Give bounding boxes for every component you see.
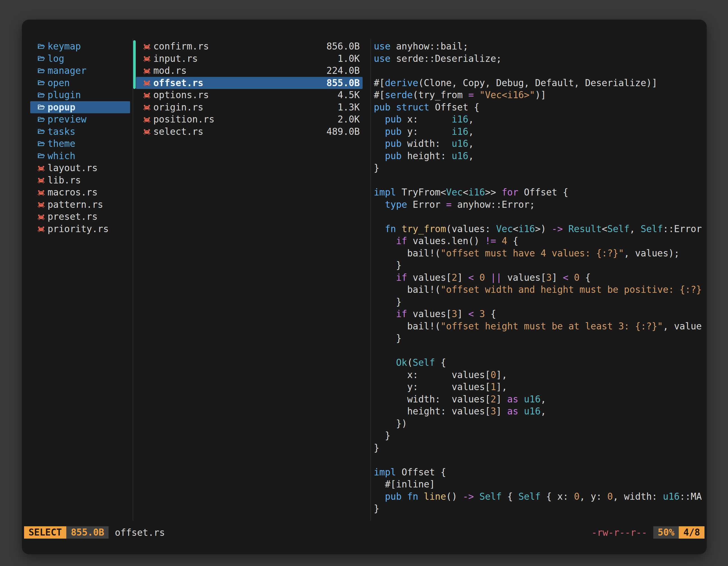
code-line xyxy=(374,174,704,187)
code-line xyxy=(374,65,704,77)
code-line: if values[3] < 3 { xyxy=(374,308,704,320)
item-label: preview xyxy=(48,114,86,125)
file-item-mod.rs[interactable]: mod.rs224.0B xyxy=(136,65,363,77)
file-item-offset.rs[interactable]: offset.rs855.0B xyxy=(136,77,363,89)
parent-item-log[interactable]: log xyxy=(30,53,130,65)
parent-item-which[interactable]: which xyxy=(30,150,130,162)
code-line: #[serde(try_from = "Vec<i16>")] xyxy=(374,89,704,101)
pane-separator-left xyxy=(133,39,133,521)
file-item-origin.rs[interactable]: origin.rs1.3K xyxy=(136,101,363,114)
item-label: open xyxy=(48,78,70,88)
code-line: use serde::Deserialize; xyxy=(374,53,704,65)
code-line: } xyxy=(374,259,704,272)
code-line: if values.len() != 4 { xyxy=(374,235,704,247)
code-line: width: values[2] as u16, xyxy=(374,393,704,405)
code-line xyxy=(374,211,704,223)
code-line: pub x: i16, xyxy=(374,113,704,126)
file-item-select.rs[interactable]: select.rs489.0B xyxy=(136,126,363,138)
parent-item-layout.rs[interactable]: layout.rs xyxy=(30,162,130,174)
mode-badge: SELECT xyxy=(24,526,66,539)
parent-item-lib.rs[interactable]: lib.rs xyxy=(30,174,130,187)
file-name: confirm.rs xyxy=(153,41,209,52)
rust-crab-icon xyxy=(143,79,151,87)
code-line: } xyxy=(374,442,704,454)
status-bar: SELECT 855.0B offset.rs -rw-r--r-- 50% 4… xyxy=(24,526,704,539)
rust-crab-icon xyxy=(143,91,151,99)
code-line: bail!("offset must have 4 values: {:?}",… xyxy=(374,247,704,260)
code-line: type Error = anyhow::Error; xyxy=(374,199,704,211)
folder-open-icon xyxy=(37,103,45,111)
file-item-confirm.rs[interactable]: confirm.rs856.0B xyxy=(136,40,363,53)
folder-open-icon xyxy=(37,79,45,87)
code-line: use anyhow::bail; xyxy=(374,40,704,53)
parent-item-preset.rs[interactable]: preset.rs xyxy=(30,211,130,223)
file-size: 855.0B xyxy=(327,78,360,88)
rust-crab-icon xyxy=(143,103,151,111)
rust-crab-icon xyxy=(37,213,45,221)
rust-crab-icon xyxy=(143,43,151,50)
file-item-input.rs[interactable]: input.rs1.0K xyxy=(136,53,363,65)
rust-crab-icon xyxy=(37,225,45,233)
file-size-badge: 855.0B xyxy=(66,526,109,539)
file-size: 4.5K xyxy=(338,90,360,100)
item-label: macros.rs xyxy=(48,187,98,198)
parent-item-macros.rs[interactable]: macros.rs xyxy=(30,186,130,199)
parent-item-plugin[interactable]: plugin xyxy=(30,89,130,101)
rust-crab-icon xyxy=(143,116,151,123)
file-name: input.rs xyxy=(153,53,198,64)
parent-item-popup[interactable]: popup xyxy=(30,101,130,114)
file-item-options.rs[interactable]: options.rs4.5K xyxy=(136,89,363,101)
rust-crab-icon xyxy=(143,55,151,62)
file-size: 1.3K xyxy=(338,102,360,113)
code-line: fn try_from(values: Vec<i16>) -> Result<… xyxy=(374,223,704,235)
code-line: #[inline] xyxy=(374,478,704,490)
item-label: plugin xyxy=(48,90,81,100)
code-line: } xyxy=(374,162,704,174)
file-size: 489.0B xyxy=(327,126,360,137)
code-line: impl TryFrom<Vec<i16>> for Offset { xyxy=(374,186,704,199)
item-label: popup xyxy=(48,102,75,113)
rust-crab-icon xyxy=(37,189,45,196)
status-bar-right: -rw-r--r-- 50% 4/8 xyxy=(591,526,704,539)
item-label: keymap xyxy=(48,41,81,52)
code-line: pub y: i16, xyxy=(374,126,704,138)
scrollbar[interactable] xyxy=(133,40,136,89)
code-line: #[derive(Clone, Copy, Debug, Default, De… xyxy=(374,77,704,89)
parent-item-priority.rs[interactable]: priority.rs xyxy=(30,223,130,235)
item-label: which xyxy=(48,151,75,161)
item-label: manager xyxy=(48,65,86,76)
parent-item-keymap[interactable]: keymap xyxy=(30,40,130,53)
code-line: } xyxy=(374,502,704,515)
rust-crab-icon xyxy=(37,176,45,184)
file-manager-window: keymaplogmanageropenpluginpopuppreviewta… xyxy=(22,20,707,554)
status-filename: offset.rs xyxy=(115,527,165,538)
item-label: priority.rs xyxy=(48,224,109,234)
code-line: x: values[0], xyxy=(374,369,704,381)
file-name: mod.rs xyxy=(153,65,187,76)
rust-crab-icon xyxy=(143,128,151,135)
item-label: pattern.rs xyxy=(48,199,103,210)
parent-item-open[interactable]: open xyxy=(30,77,130,89)
parent-item-pattern.rs[interactable]: pattern.rs xyxy=(30,199,130,211)
code-line: } xyxy=(374,296,704,308)
scroll-percent-badge: 50% xyxy=(653,526,679,539)
file-item-position.rs[interactable]: position.rs2.0K xyxy=(136,113,363,126)
file-name: select.rs xyxy=(153,126,203,137)
parent-item-theme[interactable]: theme xyxy=(30,138,130,150)
code-line: height: values[3] as u16, xyxy=(374,405,704,417)
folder-open-icon xyxy=(37,116,45,123)
file-size: 224.0B xyxy=(327,65,360,76)
current-pane: confirm.rs856.0Binput.rs1.0Kmod.rs224.0B… xyxy=(136,40,363,138)
code-line: bail!("offset width and height must be p… xyxy=(374,283,704,296)
parent-pane: keymaplogmanageropenpluginpopuppreviewta… xyxy=(30,40,130,235)
item-label: preset.rs xyxy=(48,211,98,222)
code-line: bail!("offset height must be at least 3:… xyxy=(374,320,704,332)
parent-item-tasks[interactable]: tasks xyxy=(30,126,130,138)
folder-open-icon xyxy=(37,67,45,75)
parent-item-manager[interactable]: manager xyxy=(30,65,130,77)
folder-open-icon xyxy=(37,140,45,148)
parent-item-preview[interactable]: preview xyxy=(30,113,130,126)
file-size: 856.0B xyxy=(327,41,360,52)
pane-separator-right xyxy=(370,39,371,521)
folder-open-icon xyxy=(37,128,45,135)
